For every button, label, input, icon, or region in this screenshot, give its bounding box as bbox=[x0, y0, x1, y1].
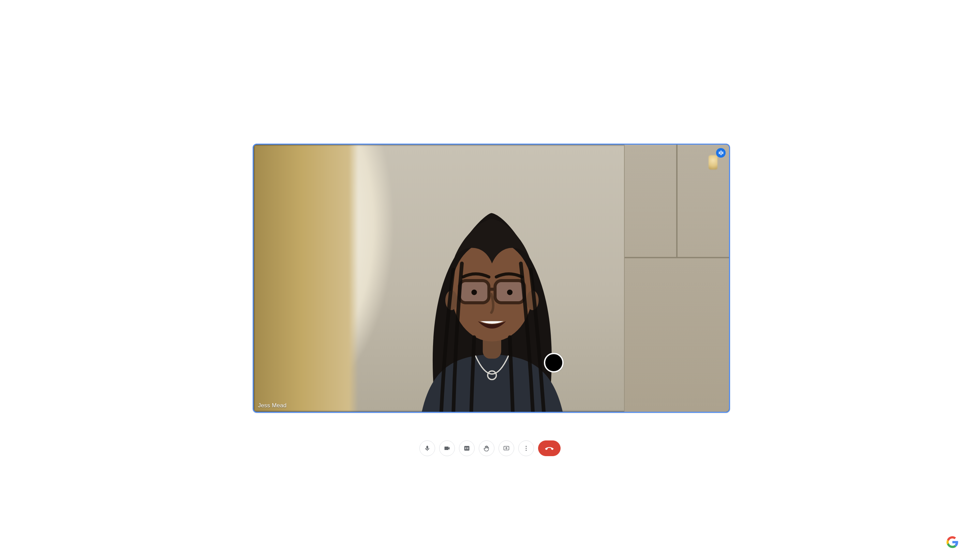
camera-icon bbox=[444, 445, 450, 452]
speaking-indicator-icon bbox=[716, 148, 725, 158]
end-call-button[interactable] bbox=[538, 440, 561, 456]
raise-hand-icon bbox=[483, 445, 490, 452]
svg-point-13 bbox=[526, 450, 527, 451]
svg-point-11 bbox=[526, 446, 527, 447]
more-options-button[interactable] bbox=[518, 440, 534, 456]
google-logo-icon bbox=[946, 536, 959, 548]
participant-name-label: Jess Mead bbox=[258, 402, 286, 409]
meeting-stage: Jess Mead bbox=[0, 0, 980, 552]
present-screen-button[interactable] bbox=[498, 440, 514, 456]
microphone-button[interactable] bbox=[419, 440, 435, 456]
captions-button[interactable] bbox=[459, 440, 475, 456]
video-background-door bbox=[624, 145, 729, 412]
raise-hand-button[interactable] bbox=[479, 440, 495, 456]
call-toolbar bbox=[419, 440, 561, 456]
more-vertical-icon bbox=[523, 445, 530, 452]
participant-video-tile[interactable]: Jess Mead bbox=[253, 144, 730, 413]
present-screen-icon bbox=[503, 445, 510, 452]
microphone-icon bbox=[424, 445, 431, 452]
closed-captions-icon bbox=[463, 445, 470, 452]
camera-button[interactable] bbox=[439, 440, 455, 456]
hang-up-icon bbox=[544, 444, 554, 453]
video-background-lamp bbox=[709, 155, 718, 169]
svg-point-12 bbox=[526, 448, 527, 449]
